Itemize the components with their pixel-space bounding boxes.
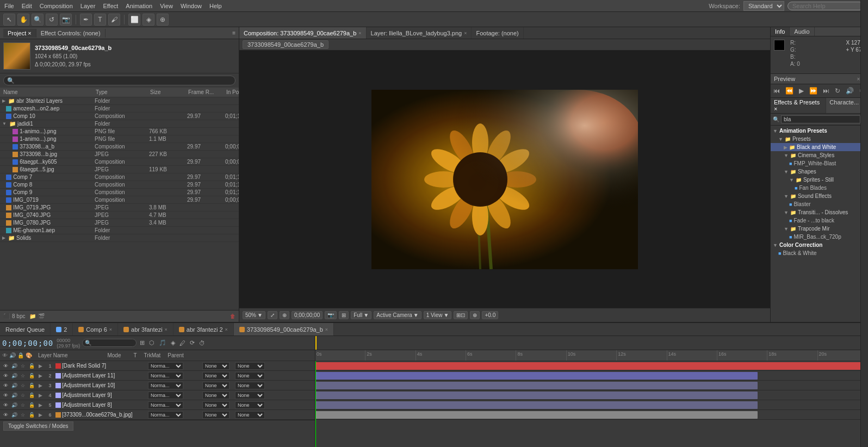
layer-expand[interactable]: ▶ — [36, 412, 45, 418]
layer-parent-select[interactable]: None — [235, 401, 265, 409]
effects-search-input[interactable] — [781, 115, 860, 123]
workspace-select[interactable]: Standard — [743, 1, 784, 11]
expand-arrow[interactable] — [9, 129, 10, 134]
file-item[interactable]: 6taegpt...ky605 Composition 29.97 0;00;0… — [0, 158, 239, 166]
tl-tab-comp6[interactable]: Comp 6 × — [73, 323, 118, 336]
file-item[interactable]: IMG_0719 Composition 29.97 0;00;00;00 0;… — [0, 196, 239, 204]
tab-characters[interactable]: Characte... — [826, 98, 863, 113]
layer-expand[interactable]: ▶ — [36, 402, 45, 408]
file-item[interactable]: Comp 8 Composition 29.97 0;01;19;29 0;01… — [0, 181, 239, 189]
layer-eye[interactable]: 👁 — [1, 383, 10, 388]
tree-folder[interactable]: ▼📁Cinema_Styles — [771, 151, 868, 159]
layer-audio[interactable]: 🔊 — [10, 363, 18, 369]
viewer-tab-comp[interactable]: Composition: 3733098549_00cae6279a_b × — [239, 27, 367, 39]
comp-subtab-active[interactable]: 3733098549_00cae6279a_b — [243, 40, 328, 49]
expand-arrow[interactable] — [2, 114, 3, 119]
tree-folder[interactable]: ▶📁Black and White — [771, 143, 868, 151]
tl-tab-main[interactable]: 3733098549_00cae6279a_b × — [234, 323, 334, 336]
file-item[interactable]: Comp 10 Composition 29.97 0;01;19;29 0;0… — [0, 113, 239, 120]
tree-category[interactable]: ▼Color Correction — [771, 241, 868, 249]
file-item[interactable]: ▶ 📁 Solids Folder — [0, 234, 239, 242]
file-item[interactable]: IMG_0740.JPG JPEG 4.7 MB — [0, 212, 239, 219]
layer-row[interactable]: 👁 🔊 ☆ 🔓 ▶ 4 [Adjustment Layer 9] Norma..… — [0, 390, 315, 400]
zoom-control[interactable]: 50% ▼ — [243, 311, 265, 319]
tl-tab-2[interactable]: 2 — [51, 323, 73, 336]
expand-arrow[interactable] — [9, 144, 10, 149]
tree-folder[interactable]: ▼📁Sprites - Still — [771, 176, 868, 184]
layer-parent-select[interactable]: None — [235, 362, 265, 370]
layer-trkmat-select[interactable]: None — [202, 362, 230, 370]
file-item[interactable]: ▶ 📁 abr 3fantezi Layers Folder — [0, 97, 239, 105]
menu-edit[interactable]: Edit — [22, 3, 32, 9]
view-icons[interactable]: ⊞⊡ — [454, 311, 468, 319]
tree-effect-item[interactable]: ■Fan Blades — [771, 184, 868, 192]
tab-effect-controls[interactable]: Effect Controls: (none) — [36, 29, 106, 38]
layer-expand[interactable]: ▶ — [36, 393, 45, 398]
viewer-tab-layer[interactable]: Layer: lliella_BLove_ladybug3.png × — [367, 27, 472, 39]
quality-control[interactable]: Full ▼ — [351, 311, 371, 319]
layer-row[interactable]: 👁 🔊 ☆ 🔓 ▶ 3 [Adjustment Layer 10] Norma.… — [0, 381, 315, 390]
layer-mode-select[interactable]: Norma... — [148, 411, 183, 419]
tl-ctrl-3[interactable]: 🎵 — [158, 339, 168, 347]
project-search-input[interactable] — [3, 76, 235, 85]
fit-btn[interactable]: ⤢ — [268, 311, 277, 319]
file-item[interactable]: 6taegpt...5.jpg JPEG 119 KB — [0, 166, 239, 173]
layer-solo[interactable]: ☆ — [18, 393, 27, 398]
preview-loop-btn[interactable]: ↻ — [833, 86, 842, 95]
menu-help[interactable]: Help — [209, 3, 222, 9]
layer-audio[interactable]: 🔊 — [10, 393, 18, 398]
tl-tab-comp6-close[interactable]: × — [109, 327, 112, 332]
menu-composition[interactable]: Composition — [40, 3, 73, 9]
layer-eye[interactable]: 👁 — [1, 402, 10, 408]
file-item[interactable]: 1-animo...).png PNG file 1.1 MB — [0, 135, 239, 143]
tree-effect-item[interactable]: ■Black & White — [771, 249, 868, 257]
layer-mode-select[interactable]: Norma... — [148, 372, 183, 380]
expand-arrow[interactable]: ▶ — [2, 235, 5, 240]
layer-trkmat-select[interactable]: None — [202, 382, 230, 389]
file-item[interactable]: ▼ 📁 jadidi1 Folder — [0, 120, 239, 128]
expand-arrow[interactable]: ▼ — [2, 121, 7, 126]
grid-btn[interactable]: ⊞ — [339, 311, 349, 319]
switch-audio[interactable]: 🔊 — [9, 352, 16, 358]
delete-btn[interactable]: 🗑 — [230, 313, 235, 319]
switch-lock[interactable]: 🔒 — [17, 352, 24, 358]
layer-solo[interactable]: ☆ — [18, 383, 27, 388]
expand-arrow[interactable] — [2, 205, 3, 210]
layer-eye[interactable]: 👁 — [1, 363, 10, 369]
menu-view[interactable]: View — [160, 3, 173, 9]
layer-expand[interactable]: ▶ — [36, 373, 45, 378]
tl-ctrl-4[interactable]: ◈ — [170, 339, 176, 347]
layer-eye[interactable]: 👁 — [1, 393, 10, 398]
layer-mode-select[interactable]: Norma... — [148, 382, 183, 389]
layer-trkmat-select[interactable]: None — [202, 401, 230, 409]
layer-lock[interactable]: 🔓 — [27, 412, 36, 418]
tool-brush[interactable]: 🖌 — [108, 14, 120, 26]
tl-tab-abr2[interactable]: abr 3fantezi 2 × — [173, 323, 234, 336]
tl-tab-abr2-close[interactable]: × — [225, 327, 228, 332]
layer-mode-select[interactable]: Norma... — [148, 401, 183, 409]
layer-lock[interactable]: 🔓 — [27, 363, 36, 369]
tree-effect-item[interactable]: ■Fade - ...to black — [771, 216, 868, 225]
expand-arrow[interactable] — [9, 159, 10, 164]
viewer-tab-footage[interactable]: Footage: (none) — [472, 27, 523, 39]
project-menu-btn[interactable]: ≡ — [232, 30, 235, 36]
file-item[interactable]: IMG_0719.JPG JPEG 3.8 MB — [0, 204, 239, 212]
preview-first-btn[interactable]: ⏮ — [772, 86, 782, 95]
expand-arrow[interactable] — [2, 197, 3, 202]
tree-folder[interactable]: ▼📁Presets — [771, 135, 868, 143]
tl-ctrl-6[interactable]: ⟳ — [189, 339, 196, 347]
layer-parent-select[interactable]: None — [235, 392, 265, 399]
file-item[interactable]: Comp 9 Composition 29.97 0;01;19;29 0;01… — [0, 189, 239, 196]
search-help-input[interactable] — [788, 2, 864, 10]
tool-puppet[interactable]: ⊕ — [157, 14, 169, 26]
file-item[interactable]: Comp 7 Composition 29.97 0;01;19;29 0;01… — [0, 173, 239, 181]
file-item[interactable]: IMG_0780.JPG JPEG 3.4 MB — [0, 219, 239, 227]
layer-audio[interactable]: 🔊 — [10, 402, 18, 408]
expand-arrow[interactable] — [2, 213, 3, 218]
tl-tab-render-queue[interactable]: Render Queue — [0, 323, 51, 336]
file-item[interactable]: ME-ghanon1.aep Folder — [0, 227, 239, 234]
preview-audio-btn[interactable]: 🔊 — [844, 86, 855, 95]
layer-mode-select[interactable]: Norma... — [148, 362, 183, 370]
expand-arrow[interactable] — [2, 175, 3, 179]
layer-row[interactable]: 👁 🔊 ☆ 🔓 ▶ 1 [Dark Red Solid 7] Norma... … — [0, 361, 315, 371]
